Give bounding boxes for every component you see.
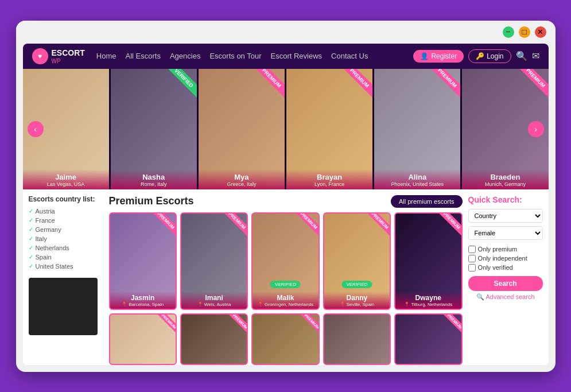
country-select[interactable]: Country Austria France Germany Italy Spa… [468, 209, 543, 223]
escort-card-jasmin[interactable]: PREMIUM Jasmin 📍 Barcelona, Spain [109, 212, 177, 310]
pin-icon-imani: 📍 [197, 302, 203, 307]
pin-icon: 📍 [122, 302, 127, 307]
escort-name-malik: Malik [255, 294, 316, 302]
nav-home[interactable]: Home [96, 52, 116, 60]
country-united-states[interactable]: United States [29, 262, 103, 271]
pin-icon-malik: 📍 [258, 302, 263, 307]
premium-badge-malik: PREMIUM [292, 212, 319, 238]
nav-escorts-on-tour[interactable]: Escorts on Tour [209, 52, 261, 60]
close-button[interactable]: ✕ [535, 26, 546, 38]
escort-card-malik[interactable]: PREMIUM VERIFIED Malik 📍 Groningen, Neth… [251, 212, 319, 310]
gender-select[interactable]: Female Male Other [468, 226, 543, 240]
nav-all-escorts[interactable]: All Escorts [126, 52, 161, 60]
country-austria[interactable]: Austria [29, 207, 103, 216]
logo-sub: WP [52, 58, 85, 64]
slider-card-3[interactable]: PREMIUM Mya Greece, Italy [199, 69, 285, 189]
premium-badge-b5: PREMIUM [440, 313, 463, 336]
premium-badge-b1: PREMIUM [154, 313, 177, 336]
bottom-card-5[interactable]: PREMIUM [394, 313, 462, 365]
quick-search-panel: Quick Search: Country Austria France Ger… [468, 195, 543, 365]
card-location-6: Munich, Germany [465, 181, 545, 187]
search-small-icon: 🔍 [476, 293, 484, 301]
premium-badge-dwayne: PREMIUM [434, 212, 462, 238]
card-info-2: Nasha Rome, Italy [111, 169, 197, 189]
logo-icon: ♥ [32, 48, 48, 64]
country-germany[interactable]: Germany [29, 225, 103, 234]
escort-name-imani: Imani [184, 294, 244, 302]
mail-icon[interactable]: ✉ [532, 51, 539, 61]
titlebar: − □ ✕ [16, 21, 556, 44]
premium-badge-imani: PREMIUM [220, 212, 248, 238]
checkbox-only-independent[interactable]: Only independent [468, 255, 543, 262]
card-location-3: Greece, Italy [202, 181, 281, 187]
nav-escort-reviews[interactable]: Escort Reviews [271, 52, 323, 60]
bottom-card-4[interactable] [323, 313, 391, 365]
escort-card-danny[interactable]: PREMIUM VERIFIED Danny 📍 Seville, Spain [323, 212, 391, 310]
card-location-1: Las Vegas, USA [26, 181, 106, 187]
minimize-button[interactable]: − [503, 26, 514, 38]
sidebar: Escorts country list: Austria France Ger… [29, 195, 103, 365]
country-list: Austria France Germany Italy Netherlands… [29, 207, 103, 271]
escort-loc-imani: 📍 Wels, Austria [184, 302, 244, 307]
verified-badge-2: VERIFIED [164, 69, 197, 98]
premium-badge-3: PREMIUM [252, 69, 285, 98]
premium-badge-6: PREMIUM [516, 69, 549, 98]
bottom-card-3[interactable]: PREMIUM [251, 313, 319, 365]
slider-cards: Jaime Las Vegas, USA VERIFIED Nasha Rome… [23, 69, 549, 189]
escort-loc-malik: 📍 Groningen, Netherlands [255, 302, 316, 307]
search-icon[interactable]: 🔍 [516, 51, 527, 61]
card-info-6: Braeden Munich, Germany [462, 169, 548, 189]
escort-loc-danny: 📍 Seville, Spain [327, 302, 387, 307]
register-button[interactable]: 👤 Register [413, 50, 464, 63]
premium-title: Premium Escorts [109, 195, 194, 207]
premium-badge-4: PREMIUM [340, 69, 373, 98]
sidebar-ad [29, 278, 98, 335]
premium-badge-b2: PREMIUM [226, 313, 248, 336]
checkbox-verified-input[interactable] [468, 264, 476, 271]
escort-card-dwayne[interactable]: PREMIUM Dwayne 📍 Tilburg, Netherlands [394, 212, 462, 310]
slider-card-4[interactable]: PREMIUM Brayan Lyon, France [286, 69, 372, 189]
verified-badge-malik: VERIFIED [270, 281, 301, 288]
country-italy[interactable]: Italy [29, 234, 103, 243]
logo[interactable]: ♥ ESCORT WP [32, 48, 85, 64]
nav-actions: 👤 Register 🔑 Login 🔍 ✉ [413, 49, 539, 63]
checkbox-independent-input[interactable] [468, 255, 476, 262]
bottom-card-1[interactable]: PREMIUM [109, 313, 177, 365]
card-location-4: Lyon, France [290, 181, 369, 187]
escort-loc-jasmin: 📍 Barcelona, Spain [112, 302, 173, 307]
card-info-3: Mya Greece, Italy [199, 169, 285, 189]
bottom-card-2[interactable]: PREMIUM [180, 313, 248, 365]
slider-next-button[interactable]: › [528, 121, 544, 137]
premium-section: Premium Escorts All premium escorts PREM… [109, 195, 463, 365]
card-name-6: Braeden [465, 173, 545, 181]
card-info-5: Alina Phoenix, United States [374, 169, 460, 189]
login-button[interactable]: 🔑 Login [468, 49, 511, 63]
escort-grid: PREMIUM Jasmin 📍 Barcelona, Spain PREMIU… [109, 212, 463, 310]
checkbox-premium-input[interactable] [468, 246, 476, 253]
slider-card-5[interactable]: PREMIUM Alina Phoenix, United States [374, 69, 460, 189]
user-icon: 👤 [420, 52, 429, 60]
search-button[interactable]: Search [468, 276, 543, 291]
escort-card-imani[interactable]: PREMIUM Imani 📍 Wels, Austria [180, 212, 248, 310]
checkbox-only-premium[interactable]: Only premium [468, 246, 543, 253]
escort-name-jasmin: Jasmin [112, 294, 173, 302]
card-info-4: Brayan Lyon, France [286, 169, 372, 189]
escort-info-jasmin: Jasmin 📍 Barcelona, Spain [110, 292, 176, 309]
country-spain[interactable]: Spain [29, 253, 103, 262]
checkbox-only-verified[interactable]: Only verified [468, 264, 543, 271]
quick-search-title: Quick Search: [468, 195, 543, 204]
premium-header: Premium Escorts All premium escorts [109, 195, 463, 208]
premium-badge-5: PREMIUM [428, 69, 461, 98]
country-netherlands[interactable]: Netherlands [29, 243, 103, 253]
slider-card-2[interactable]: VERIFIED Nasha Rome, Italy [111, 69, 197, 189]
slider-prev-button[interactable]: ‹ [28, 121, 44, 137]
pin-icon-danny: 📍 [340, 302, 345, 307]
navbar: ♥ ESCORT WP Home All Escorts Agencies Es… [23, 44, 549, 69]
nav-contact-us[interactable]: Contact Us [331, 52, 368, 60]
maximize-button[interactable]: □ [519, 26, 530, 38]
nav-agencies[interactable]: Agencies [170, 52, 200, 60]
pin-icon-dwayne: 📍 [404, 302, 410, 307]
advanced-search-link[interactable]: 🔍 Advanced search [468, 293, 543, 301]
country-france[interactable]: France [29, 216, 103, 225]
all-premium-button[interactable]: All premium escorts [391, 195, 463, 208]
